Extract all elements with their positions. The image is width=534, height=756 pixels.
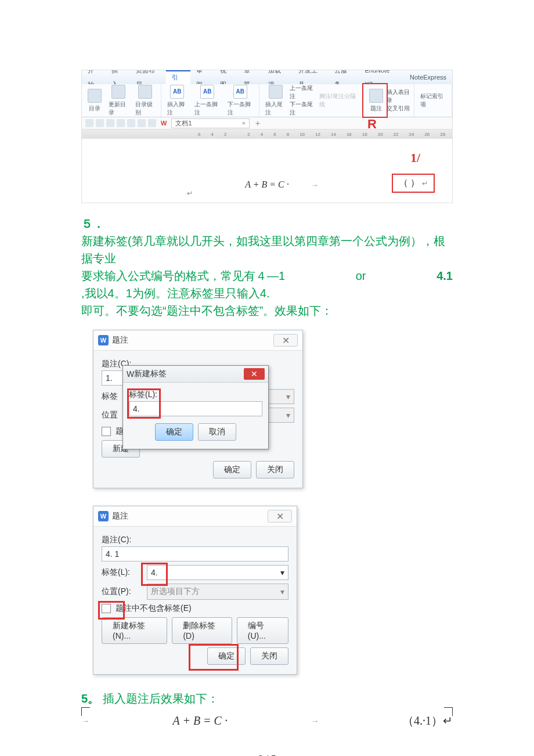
chevron-down-icon: ▾	[286, 392, 290, 401]
doc-tab-strip: W 文档1 × +	[82, 117, 452, 129]
chevron-down-icon: ▾	[280, 568, 284, 577]
explain-line1: 新建标签(第几章就以几开头，如我这里以第四章第一个公式为例），根据专业	[81, 235, 445, 265]
ruler: 64 2 24 68 1012 1416 1820 2224 2628 3032…	[82, 129, 452, 139]
btn-toc-level-label: 目录级别	[135, 100, 155, 117]
red-highlight-checkbox	[98, 601, 125, 620]
step5b-body: 插入题注后效果如下：	[103, 692, 219, 705]
red-highlight-label-4	[141, 563, 168, 586]
new-label-close-button[interactable]: ✕	[244, 368, 265, 380]
red-highlight-caption	[362, 83, 388, 118]
doc-tab-add-icon[interactable]: +	[255, 118, 260, 128]
wps-w-icon: W	[161, 120, 167, 127]
red-1-slash: 1/	[410, 150, 420, 165]
dlg1-exclude-checkbox[interactable]	[102, 427, 111, 436]
btn-mark-index-label: 标记索引项	[420, 92, 446, 109]
dlg2-label-select[interactable]: 4. ▾	[147, 565, 288, 580]
ab-prev-icon: AB	[200, 85, 214, 99]
dlg2-number-button[interactable]: 编号(U)...	[237, 617, 288, 644]
doc-canvas: 1/ A + B = C · → （ ） ↵ ↵	[82, 139, 452, 203]
dlg2-del-label-button[interactable]: 删除标签(D)	[172, 617, 232, 644]
explain-line2b: or	[356, 267, 366, 285]
dialog2-titlebar: W 题注 ✕	[93, 506, 297, 527]
dlg1-pos-label: 位置	[102, 410, 125, 420]
btn-next-footnote-label: 下一条脚注	[228, 100, 253, 117]
prev-endnote[interactable]: 上一条尾注	[290, 84, 316, 100]
dlg2-pos-label: 位置(P):	[102, 586, 142, 597]
equation-result: A + B = C ·	[173, 714, 228, 728]
btn-update-toc-label: 更新目录	[109, 100, 128, 117]
next-endnote[interactable]: 下一条尾注	[290, 100, 316, 117]
ab-next-icon: AB	[233, 85, 247, 99]
wps-screenshot: 开始 插入 页面布局 引用 审阅 视图 章节 加载项 开发工具 云服务 EndN…	[81, 70, 453, 203]
step-5-number: ５．	[81, 217, 104, 230]
dlg2-pos-select[interactable]: 所选项目下方 ▾	[147, 584, 288, 600]
formula-result-row: → A + B = C · → （4.·1）↵	[81, 711, 453, 731]
explain-line3: ,我以4。1为例。注意标签里只输入4.	[81, 287, 269, 300]
step5b-text: 5。 插入题注后效果如下：	[81, 690, 453, 707]
explanation-text: ５． 新建标签(第几章就以几开头，如我这里以第四章第一个公式为例），根据专业 要…	[81, 215, 453, 319]
tab-noteexpress[interactable]: NoteExpress	[404, 70, 452, 84]
btn-prev-footnote[interactable]: AB 上一条脚注	[191, 85, 223, 117]
tab-arrow-icon: →	[311, 181, 319, 190]
btn-prev-footnote-label: 上一条脚注	[194, 100, 220, 117]
dialog2-body: 题注(C): 4. 1 标签(L): 4. ▾ 位置(P): 所选项目下方 ▾ …	[93, 527, 297, 674]
chevron-down-icon: ▾	[280, 587, 284, 596]
dlg1-ok-button[interactable]: 确定	[213, 461, 251, 478]
new-label-dialog: W 新建标签 ✕ 标签(L): 4. 确定 取消	[122, 365, 269, 449]
mini-icon	[117, 119, 125, 127]
red-highlight-input-4	[127, 388, 161, 419]
dlg2-close-button[interactable]: 关闭	[250, 647, 288, 665]
update-toc-icon	[111, 85, 125, 99]
step5b-num: 5。	[81, 692, 99, 705]
btn-insert-endnote[interactable]: 插入尾注	[262, 85, 290, 117]
doc-tab[interactable]: 文档1 ×	[171, 118, 250, 128]
tab-reference[interactable]: 引用	[166, 70, 190, 84]
chevron-down-icon: ▾	[286, 411, 290, 420]
ribbon: 目录 更新目录 目录级别 AB 插入脚注 AB 上一条脚注 AB 下一条脚注	[82, 84, 452, 117]
dlg2-caption-input[interactable]: 4. 1	[102, 546, 288, 561]
dlg1-caption-input[interactable]: 1.	[102, 370, 125, 386]
btn-separator-label: 脚注/尾注分隔线	[319, 92, 357, 109]
btn-next-footnote[interactable]: AB 下一条脚注	[224, 85, 257, 117]
new-label-titlebar: W 新建标签 ✕	[123, 366, 268, 383]
dialog2-close-button[interactable]: ✕	[268, 510, 292, 523]
dlg2-new-label-button[interactable]: 新建标签(N)...	[102, 617, 167, 644]
red-highlight-ok	[189, 644, 239, 671]
dialog2-title: 题注	[112, 511, 128, 521]
btn-insert-footnote[interactable]: AB 插入脚注	[164, 85, 192, 117]
cross-reference[interactable]: 交叉引用	[387, 105, 411, 113]
dlg2-exclude-label: 题注中不包含标签(E)	[116, 603, 192, 614]
red-r-annotation: R	[367, 117, 377, 132]
toc-icon	[88, 89, 102, 103]
insert-table-toc[interactable]: 插入表目录	[387, 88, 411, 105]
mini-icon	[85, 119, 93, 127]
mini-icon	[138, 119, 146, 127]
doc-tab-close-icon[interactable]: ×	[242, 120, 246, 127]
dialog1-title: 题注	[112, 335, 128, 345]
tab-arrow-icon: →	[311, 717, 319, 726]
explain-line4: 即可。不要勾选“题注中不包含标签”。效果如下：	[81, 304, 333, 317]
btn-insert-endnote-label: 插入尾注	[265, 100, 286, 117]
explain-line2c: 4.1	[436, 267, 453, 285]
btn-toc-level[interactable]: 目录级别	[132, 85, 158, 117]
dlg1-close-button[interactable]: 关闭	[256, 461, 294, 478]
dlg2-caption-label: 题注(C):	[102, 535, 288, 545]
toc-level-icon	[138, 85, 152, 99]
wps-logo-icon: W	[98, 511, 109, 521]
btn-separator[interactable]: 脚注/尾注分隔线	[316, 92, 360, 109]
return-mark-icon: ↵	[186, 189, 192, 198]
btn-update-toc[interactable]: 更新目录	[105, 85, 132, 117]
tab-arrow-icon: →	[81, 717, 89, 726]
btn-mark-index[interactable]: 标记索引项	[417, 92, 450, 109]
equation-1: A + B = C ·	[245, 179, 289, 190]
endnote-icon	[269, 85, 283, 99]
new-label-cancel-button[interactable]: 取消	[198, 423, 236, 441]
ribbon-tabs: 开始 插入 页面布局 引用 审阅 视图 章节 加载项 开发工具 云服务 EndN…	[82, 70, 452, 84]
dlg1-label-label: 标签	[102, 391, 125, 402]
paren-placeholder: （ ）	[399, 178, 420, 188]
new-label-ok-button[interactable]: 确定	[155, 423, 193, 441]
wps-logo-icon: W	[98, 335, 109, 345]
dialog1-close-button[interactable]: ✕	[273, 334, 298, 347]
caption-dialog-2: W 题注 ✕ 题注(C): 4. 1 标签(L): 4. ▾ 位置(P): 所选…	[93, 506, 297, 675]
btn-toc[interactable]: 目录	[84, 89, 105, 113]
